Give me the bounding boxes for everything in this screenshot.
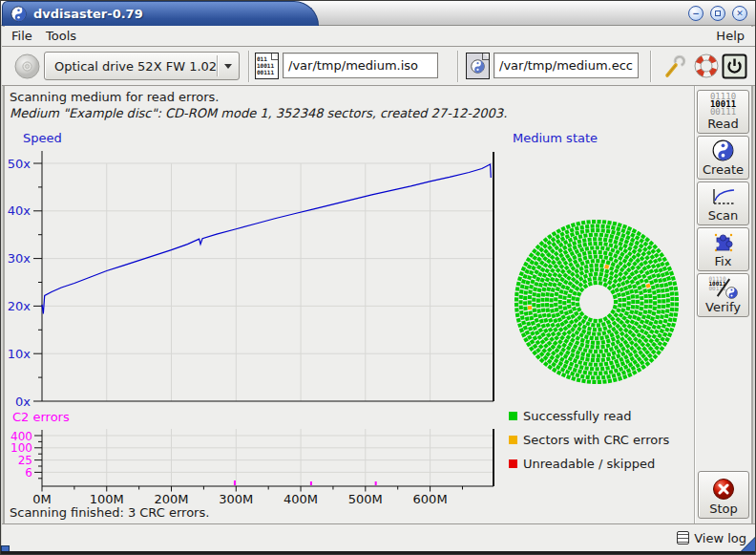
legend-swatch-crc bbox=[509, 436, 517, 444]
window-bottom-border bbox=[1, 551, 756, 555]
app-yinyang-icon bbox=[10, 6, 27, 22]
iso-path-input[interactable] bbox=[283, 53, 438, 78]
legend-swatch-unreadable bbox=[509, 459, 517, 468]
menu-help[interactable]: Help bbox=[712, 27, 748, 46]
verify-button[interactable]: 011101001100111 Verify bbox=[697, 273, 749, 317]
ecc-file-icon[interactable] bbox=[466, 53, 490, 79]
statusbar: View log bbox=[2, 524, 756, 551]
create-yinyang-icon bbox=[712, 139, 734, 161]
ecc-path-input[interactable] bbox=[494, 53, 639, 78]
speed-chart: 0x10x20x30x40x50x bbox=[1, 146, 507, 412]
svg-text:10x: 10x bbox=[8, 347, 32, 361]
log-list-icon bbox=[677, 531, 689, 544]
stop-button[interactable]: Stop bbox=[698, 471, 749, 519]
legend-item-unreadable: Unreadable / skipped bbox=[509, 456, 655, 471]
status-line-1: Scanning medium for read errors. bbox=[10, 90, 219, 104]
toolbar: Optical drive 52X FW 1.02 011 10011 0011… bbox=[2, 47, 756, 85]
svg-text:50x: 50x bbox=[8, 157, 32, 171]
legend-swatch-success bbox=[509, 412, 517, 420]
preferences-wrench-icon[interactable] bbox=[663, 53, 688, 78]
svg-text:500M: 500M bbox=[348, 492, 383, 506]
fix-button[interactable]: Fix bbox=[697, 227, 749, 271]
speed-chart-title: Speed bbox=[23, 131, 62, 145]
svg-text:300M: 300M bbox=[219, 492, 253, 506]
svg-text:20x: 20x bbox=[8, 299, 32, 313]
read-binary-icon: 011101001100111 bbox=[710, 93, 736, 116]
c2-errors-chart: 4001002560M100M200M300M400M500M600M bbox=[1, 427, 507, 513]
ecc-yinyang-icon bbox=[471, 59, 485, 74]
svg-text:600M: 600M bbox=[413, 492, 448, 506]
menubar: File Tools Help bbox=[2, 27, 756, 46]
drive-select[interactable]: Optical drive 52X FW 1.02 bbox=[44, 52, 240, 80]
c2-chart-title: C2 errors bbox=[12, 410, 70, 424]
iso-file-icon[interactable]: 011 10011 00111 bbox=[255, 53, 279, 79]
minimize-button[interactable]: − bbox=[688, 6, 704, 21]
status-finished: Scanning finished: 3 CRC errors. bbox=[10, 505, 209, 520]
verify-icon: 011101001100111 bbox=[709, 276, 738, 299]
titlebar[interactable]: dvdisaster-0.79 − ✕ bbox=[1, 1, 756, 26]
menu-tools[interactable]: Tools bbox=[42, 27, 80, 46]
create-button[interactable]: Create bbox=[697, 136, 749, 180]
svg-text:0M: 0M bbox=[32, 492, 52, 506]
drive-select-value: Optical drive 52X FW 1.02 bbox=[45, 59, 217, 74]
dvdisaster-window: dvdisaster-0.79 − ✕ File Tools Help Opti… bbox=[0, 0, 756, 555]
legend-item-success: Successfully read bbox=[509, 408, 631, 423]
svg-text:200M: 200M bbox=[155, 492, 189, 506]
stop-icon bbox=[712, 478, 735, 501]
svg-text:30x: 30x bbox=[8, 251, 32, 266]
quit-power-icon[interactable] bbox=[722, 53, 747, 79]
menu-file[interactable]: File bbox=[8, 27, 36, 46]
svg-text:400M: 400M bbox=[284, 492, 318, 506]
scan-graph-icon bbox=[710, 187, 736, 207]
svg-text:100M: 100M bbox=[90, 492, 124, 506]
maximize-button[interactable] bbox=[710, 6, 725, 21]
window-title: dvdisaster-0.79 bbox=[33, 7, 143, 21]
svg-text:40x: 40x bbox=[8, 203, 32, 218]
svg-text:6: 6 bbox=[25, 466, 32, 480]
medium-state-title: Medium state bbox=[513, 131, 598, 145]
chevron-down-icon bbox=[218, 60, 239, 73]
drive-disc-icon bbox=[14, 53, 40, 79]
fix-puzzle-icon bbox=[712, 230, 735, 253]
status-line-2: Medium "Example disc": CD-ROM mode 1, 35… bbox=[10, 106, 507, 120]
legend-item-crc: Sectors with CRC errors bbox=[509, 432, 669, 447]
medium-state-disc bbox=[505, 213, 696, 395]
close-button[interactable]: ✕ bbox=[732, 6, 747, 21]
titlebar-tab: dvdisaster-0.79 bbox=[2, 1, 319, 26]
read-button[interactable]: 011101001100111 Read bbox=[697, 90, 749, 134]
svg-text:0x: 0x bbox=[15, 395, 31, 409]
scan-button[interactable]: Scan bbox=[697, 181, 749, 225]
help-lifebuoy-icon[interactable] bbox=[694, 53, 719, 78]
